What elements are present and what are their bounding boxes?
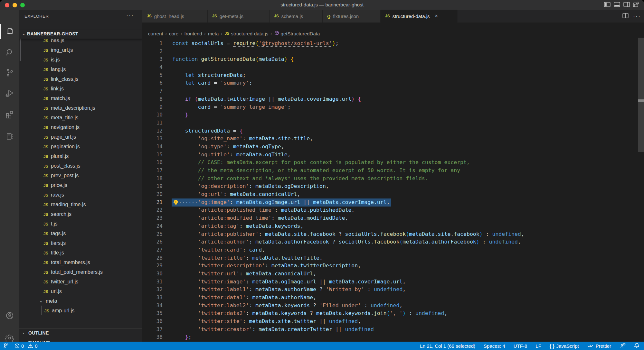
- extensions-icon: [5, 110, 14, 121]
- file-item[interactable]: JStotal_members.js: [19, 258, 142, 268]
- file-item[interactable]: JSt.js: [19, 219, 142, 229]
- problems-indicator[interactable]: 0 0: [14, 343, 38, 349]
- toggle-panel-icon[interactable]: [614, 2, 620, 7]
- explorer-icon: [5, 26, 14, 37]
- file-item[interactable]: JSamp-url.js: [19, 306, 142, 316]
- tab-ghost_head.js[interactable]: JSghost_head.js: [142, 10, 208, 23]
- file-item[interactable]: JSpost_class.js: [19, 161, 142, 171]
- lightbulb-icon[interactable]: [173, 199, 179, 207]
- outline-section[interactable]: › OUTLINE: [19, 328, 142, 338]
- activity-run-and-debug[interactable]: [0, 85, 19, 103]
- source-control-branch-icon[interactable]: [3, 343, 9, 349]
- file-item[interactable]: JSis.js: [19, 55, 142, 65]
- editor-layout-icon[interactable]: [633, 2, 639, 7]
- json-file-icon: {}: [327, 14, 330, 19]
- file-item[interactable]: JSsearch.js: [19, 210, 142, 219]
- js-file-icon: JS: [43, 39, 48, 43]
- status-indentation[interactable]: Spaces: 4: [484, 343, 505, 349]
- split-editor-icon[interactable]: [622, 13, 629, 20]
- vscode-window: structured-data.js — bannerbear-ghost EX…: [0, 0, 644, 350]
- breadcrumb-item[interactable]: current: [148, 31, 163, 36]
- file-name: link_class.js: [51, 76, 78, 82]
- timeline-section[interactable]: › TIMELINE: [19, 338, 142, 342]
- file-item[interactable]: JSmeta_description.js: [19, 104, 142, 113]
- file-item[interactable]: JSmeta_title.js: [19, 113, 142, 123]
- line-number: 7: [142, 87, 163, 95]
- status-formatter[interactable]: Prettier: [587, 343, 611, 349]
- editor-tab-bar: ··· JSghost_head.jsJSget-meta.jsJSschema…: [142, 10, 644, 23]
- file-item[interactable]: JStwitter_url.js: [19, 277, 142, 287]
- js-file-icon: JS: [43, 183, 48, 188]
- breadcrumb-item[interactable]: JSstructured-data.js: [225, 31, 269, 36]
- activity-notebook[interactable]: [0, 128, 19, 146]
- file-item[interactable]: JSlink.js: [19, 84, 142, 94]
- file-item[interactable]: JStotal_paid_members.js: [19, 268, 142, 277]
- status-feedback[interactable]: [620, 343, 626, 349]
- line-number: 8: [142, 95, 163, 103]
- file-item[interactable]: JSpagination.js: [19, 142, 142, 152]
- js-file-icon: JS: [43, 97, 48, 101]
- status-cursor-position[interactable]: Ln 21, Col 1 (69 selected): [420, 343, 475, 349]
- activity-source-control[interactable]: [0, 64, 19, 82]
- code-line: 'article:modified_time': metaData.modifi…: [172, 214, 524, 222]
- file-item[interactable]: JSprev_post.js: [19, 171, 142, 181]
- file-item[interactable]: JStitle.js: [19, 248, 142, 258]
- status-eol[interactable]: LF: [535, 343, 541, 349]
- breadcrumb-item[interactable]: core: [169, 31, 178, 36]
- breadcrumb-item[interactable]: frontend: [185, 31, 202, 36]
- file-item[interactable]: JSlang.js: [19, 65, 142, 75]
- activity-accounts[interactable]: [0, 307, 19, 325]
- activity-explorer[interactable]: [0, 23, 19, 41]
- status-encoding[interactable]: UTF-8: [514, 343, 527, 349]
- editor-scrollbar[interactable]: [638, 38, 644, 152]
- project-root-row[interactable]: ⌄ BANNERBEAR-GHOST: [19, 30, 142, 39]
- file-item[interactable]: JSimg_url.js: [19, 46, 142, 55]
- code-line: 'og:title': metaData.ogTitle,: [172, 151, 524, 159]
- code-content: const socialUrls = require('@tryghost/so…: [172, 40, 524, 341]
- code-editor[interactable]: 1234567891011121314151617181920212223242…: [142, 23, 644, 342]
- file-item[interactable]: JSlink_class.js: [19, 75, 142, 84]
- file-item[interactable]: JSmatch.js: [19, 94, 142, 104]
- file-item[interactable]: JStiers.js: [19, 239, 142, 248]
- tab-structured-data.js[interactable]: JSstructured-data.js×: [381, 10, 458, 23]
- file-item[interactable]: JSurl.js: [19, 287, 142, 297]
- error-count: 0: [21, 343, 24, 349]
- activity-extensions[interactable]: [0, 106, 19, 124]
- toggle-secondary-sidebar-icon[interactable]: [623, 2, 630, 7]
- file-item[interactable]: JStags.js: [19, 229, 142, 239]
- status-text: Spaces: 4: [484, 343, 505, 349]
- toggle-primary-sidebar-icon[interactable]: [604, 2, 611, 7]
- breadcrumb-item[interactable]: meta: [208, 31, 219, 36]
- line-number: 9: [142, 103, 163, 111]
- breadcrumb-label: getStructuredData: [281, 31, 320, 36]
- line-number: 5: [142, 71, 163, 79]
- code-line: function getStructuredData(metaData) {: [172, 55, 524, 63]
- js-file-icon: JS: [43, 222, 48, 226]
- tab-fixtures.json[interactable]: {}fixtures.json: [323, 10, 381, 23]
- file-item[interactable]: JSprice.js: [19, 181, 142, 190]
- file-item[interactable]: JSplural.js: [19, 152, 142, 161]
- file-item[interactable]: JSreading_time.js: [19, 200, 142, 210]
- bell-icon: [634, 343, 639, 349]
- file-item[interactable]: JSraw.js: [19, 190, 142, 200]
- file-item[interactable]: JSpage_url.js: [19, 133, 142, 142]
- tab-schema.js[interactable]: JSschema.js: [270, 10, 323, 23]
- line-number: 28: [142, 254, 163, 262]
- tab-get-meta.js[interactable]: JSget-meta.js: [208, 10, 270, 23]
- sidebar-scrollbar[interactable]: [20, 38, 21, 61]
- close-tab-icon[interactable]: ×: [435, 14, 438, 19]
- activity-search[interactable]: [0, 44, 19, 62]
- status-notifications[interactable]: [634, 343, 639, 349]
- code-line: 'og:url': metaData.canonicalUrl,: [172, 190, 524, 198]
- folder-item-meta[interactable]: ⌄meta: [19, 297, 142, 306]
- file-item[interactable]: JSnavigation.js: [19, 123, 142, 133]
- line-number: 37: [142, 326, 163, 334]
- code-line: if (metaData.twitterImage || metaData.co…: [172, 95, 524, 103]
- more-actions-icon[interactable]: ···: [633, 13, 641, 20]
- line-number: 11: [142, 119, 163, 127]
- file-name: meta_title.js: [51, 115, 78, 121]
- status-language-mode[interactable]: { }JavaScript: [550, 343, 579, 349]
- breadcrumb-item[interactable]: getStructuredData: [274, 31, 320, 36]
- js-file-icon: JS: [385, 14, 390, 18]
- window-title: structured-data.js — bannerbear-ghost: [0, 2, 644, 7]
